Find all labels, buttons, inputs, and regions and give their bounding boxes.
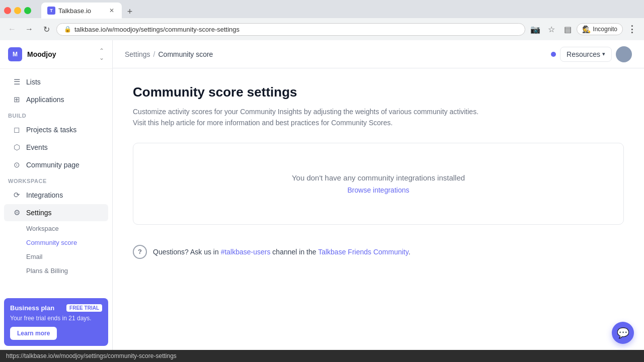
business-plan-banner: Business plan FREE TRIAL Your free trial…: [4, 298, 108, 346]
learn-more-button[interactable]: Learn more: [10, 327, 57, 340]
active-tab[interactable]: T Talkbase.io ✕: [41, 3, 122, 19]
workspace-section-label: WORKSPACE: [0, 174, 112, 186]
page-description: Customize activity scores for your Commu…: [133, 106, 485, 129]
community-link[interactable]: Talkbase Friends Community: [318, 248, 408, 256]
breadcrumb-separator: /: [153, 50, 155, 58]
applications-icon: ⊞: [12, 95, 21, 104]
sidebar-toggle-icon[interactable]: ▤: [560, 22, 575, 36]
back-button[interactable]: ←: [5, 22, 19, 36]
sidebar: M Moodjoy ⌃⌄ ☰ Lists ⊞ Applications BUIL…: [0, 40, 113, 350]
resources-label: Resources: [567, 50, 600, 58]
incognito-icon: 🕵: [582, 25, 591, 33]
sidebar-item-settings[interactable]: ⚙ Settings: [4, 204, 108, 221]
page-title: Community score settings: [133, 84, 624, 100]
workspace-initial: M: [13, 51, 18, 58]
empty-state-text: You don't have any community integration…: [292, 173, 465, 182]
browse-integrations-link[interactable]: Browse integrations: [348, 186, 410, 194]
banner-header: Business plan FREE TRIAL: [10, 304, 102, 312]
more-options-icon[interactable]: ⋮: [625, 22, 639, 36]
sidebar-label-settings: Settings: [26, 209, 52, 217]
questions-text: Questions? Ask us in #talkbase-users cha…: [153, 248, 411, 256]
camera-off-icon: 📷: [528, 22, 542, 36]
breadcrumb: Settings / Community score: [125, 50, 213, 58]
integrations-icon: ⟳: [12, 191, 21, 200]
channel-link[interactable]: #talkbase-users: [221, 248, 271, 256]
sidebar-label-projects: Projects & tasks: [26, 126, 76, 134]
sidebar-item-lists[interactable]: ☰ Lists: [4, 73, 108, 90]
lists-icon: ☰: [12, 77, 21, 86]
browser-chrome: T Talkbase.io ✕ + ← → ↻ 🔒 talkbase.io/w/…: [0, 0, 644, 40]
community-page-icon: ⊙: [12, 160, 21, 169]
sidebar-sub-label-community-score: Community score: [26, 239, 77, 246]
chevron-down-icon: ▾: [602, 51, 605, 57]
workspace-name: Moodjoy: [27, 50, 94, 58]
incognito-badge: 🕵 Incognito: [577, 23, 623, 35]
bookmark-icon[interactable]: ☆: [544, 22, 558, 36]
breadcrumb-parent[interactable]: Settings: [125, 50, 150, 58]
minimize-window-button[interactable]: [14, 7, 21, 14]
sidebar-sub-item-workspace[interactable]: Workspace: [4, 222, 108, 235]
workspace-avatar: M: [8, 47, 22, 61]
nav-bar: ← → ↻ 🔒 talkbase.io/w/moodjoy/settings/c…: [0, 18, 644, 40]
settings-icon: ⚙: [12, 208, 21, 217]
sidebar-sub-label-plans-billing: Plans & Billing: [26, 267, 68, 275]
app-layout: M Moodjoy ⌃⌄ ☰ Lists ⊞ Applications BUIL…: [0, 40, 644, 350]
sidebar-label-community-page: Community page: [26, 161, 79, 169]
status-url: https://talkbase.io/w/moodjoy/settings/c…: [6, 352, 177, 359]
lock-icon: 🔒: [64, 26, 71, 33]
sidebar-item-community-page[interactable]: ⊙ Community page: [4, 156, 108, 173]
sidebar-label-events: Events: [26, 143, 48, 151]
new-tab-button[interactable]: +: [123, 5, 137, 19]
sidebar-item-projects[interactable]: ◻ Projects & tasks: [4, 121, 108, 138]
banner-title: Business plan: [10, 304, 54, 312]
tab-title: Talkbase.io: [58, 7, 91, 15]
resources-button[interactable]: Resources ▾: [560, 47, 612, 62]
chat-bubble-button[interactable]: 💬: [612, 322, 634, 344]
nav-actions: 📷 ☆ ▤ 🕵 Incognito ⋮: [528, 22, 639, 36]
status-dot: [551, 52, 556, 57]
sidebar-header: M Moodjoy ⌃⌄: [0, 40, 112, 69]
events-icon: ⬡: [12, 143, 21, 152]
url-text: talkbase.io/w/moodjoy/settings/community…: [74, 26, 518, 33]
free-trial-badge: FREE TRIAL: [66, 304, 102, 312]
build-section-label: BUILD: [0, 109, 112, 121]
sidebar-item-applications[interactable]: ⊞ Applications: [4, 91, 108, 108]
forward-button[interactable]: →: [22, 22, 36, 36]
sidebar-item-events[interactable]: ⬡ Events: [4, 139, 108, 156]
sidebar-sub-item-plans-billing[interactable]: Plans & Billing: [4, 264, 108, 278]
chevron-icon: ⌃⌄: [99, 47, 104, 61]
sidebar-sub-item-email[interactable]: Email: [4, 250, 108, 263]
banner-text: Your free trial ends in 21 days.: [10, 315, 102, 322]
window-controls: [4, 7, 31, 14]
question-icon: ?: [133, 245, 147, 259]
empty-state-card: You don't have any community integration…: [133, 143, 624, 225]
page-body: Community score settings Customize activ…: [113, 68, 644, 350]
description-text: Customize activity scores for your Commu…: [133, 108, 478, 127]
questions-bar: ? Questions? Ask us in #talkbase-users c…: [133, 237, 624, 267]
breadcrumb-current: Community score: [158, 50, 213, 58]
sidebar-sub-label-email: Email: [26, 253, 43, 260]
sidebar-label-integrations: Integrations: [26, 191, 63, 199]
sidebar-sub-label-workspace: Workspace: [26, 225, 59, 232]
top-bar: Settings / Community score Resources ▾: [113, 40, 644, 68]
refresh-button[interactable]: ↻: [39, 22, 53, 36]
main-content: Settings / Community score Resources ▾ C…: [113, 40, 644, 350]
user-avatar[interactable]: [616, 46, 632, 62]
sidebar-label-applications: Applications: [26, 96, 64, 104]
tab-favicon: T: [47, 7, 55, 15]
sidebar-sub-item-community-score[interactable]: Community score: [4, 236, 108, 249]
maximize-window-button[interactable]: [24, 7, 31, 14]
address-bar[interactable]: 🔒 talkbase.io/w/moodjoy/settings/communi…: [56, 23, 525, 36]
sidebar-item-integrations[interactable]: ⟳ Integrations: [4, 187, 108, 204]
title-bar: T Talkbase.io ✕ +: [0, 0, 644, 18]
close-window-button[interactable]: [4, 7, 11, 14]
sidebar-nav: ☰ Lists ⊞ Applications BUILD ◻ Projects …: [0, 69, 112, 294]
status-bar: https://talkbase.io/w/moodjoy/settings/c…: [0, 350, 644, 362]
sidebar-label-lists: Lists: [26, 78, 41, 86]
tab-close-button[interactable]: ✕: [108, 7, 116, 15]
tab-bar: T Talkbase.io ✕ +: [37, 3, 141, 19]
incognito-label: Incognito: [593, 26, 617, 33]
projects-icon: ◻: [12, 125, 21, 134]
